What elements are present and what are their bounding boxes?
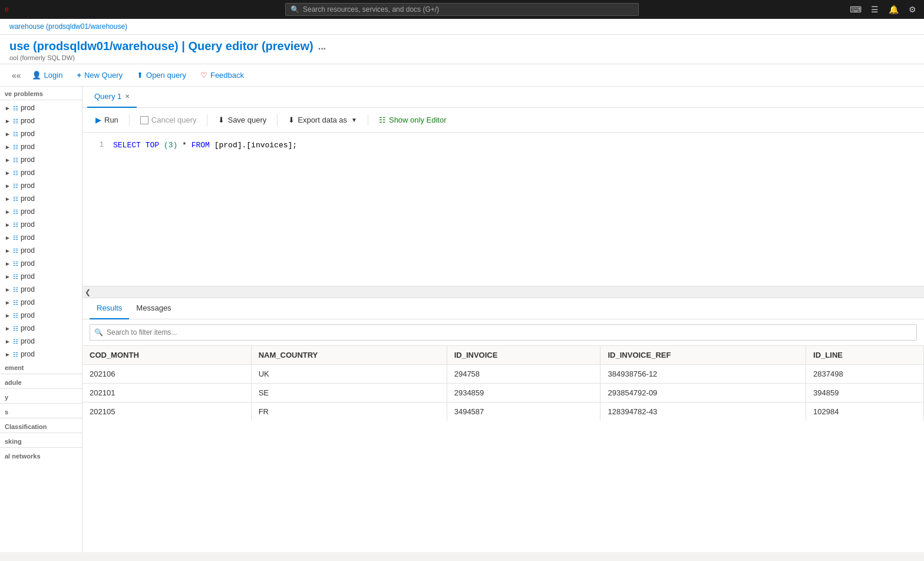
- header-ellipsis[interactable]: ...: [318, 41, 326, 52]
- open-query-button[interactable]: ⬆ Open query: [131, 68, 192, 82]
- table-icon-14: ☷: [13, 286, 18, 293]
- chevron-right-icon: ►: [5, 144, 11, 150]
- chevron-right-icon: ►: [5, 338, 11, 345]
- query-toolbar: ▶ Run Cancel query ⬇ Save query ⬇ Export…: [82, 108, 924, 133]
- table-header: COD_MONTHNAM_COUNTRYID_INVOICEID_INVOICE…: [82, 346, 924, 365]
- sidebar-item-17[interactable]: ► ☷ prod: [0, 322, 82, 335]
- sidebar-section-al-networks: al networks: [0, 449, 82, 461]
- table-row-2: 202105FR3494587128394782-43102984: [82, 402, 924, 421]
- table-body: 202106UK294758384938756-122837498202101S…: [82, 365, 924, 421]
- sidebar-item-19[interactable]: ► ☷ prod: [0, 348, 82, 361]
- sidebar-item-label-4: prod: [21, 156, 35, 164]
- sidebar-item-10[interactable]: ► ☷ prod: [0, 231, 82, 244]
- export-label: Export data as: [298, 116, 347, 124]
- sidebar-item-label-19: prod: [21, 350, 35, 358]
- table-icon-5: ☷: [13, 170, 18, 176]
- collapse-results-button[interactable]: ❮: [82, 286, 924, 298]
- new-query-button[interactable]: + New Query: [71, 68, 128, 82]
- sidebar-item-2[interactable]: ► ☷ prod: [0, 127, 82, 140]
- table-header-col-id_line: ID_LINE: [806, 346, 924, 365]
- table-cell-1-1: SE: [251, 384, 447, 402]
- breadcrumb[interactable]: warehouse (prodsqldw01/warehouse): [0, 19, 924, 35]
- code-content: SELECT TOP (3) * FROM [prod].[invoices];: [113, 140, 297, 152]
- settings-icon[interactable]: ⚙: [905, 2, 919, 16]
- query-tab-1[interactable]: Query 1 ✕: [87, 87, 137, 108]
- sidebar-item-0[interactable]: ► ☷ prod: [0, 101, 82, 114]
- table-cell-1-0: 202101: [82, 384, 251, 402]
- table-icon-11: ☷: [13, 248, 18, 254]
- sidebar-item-3[interactable]: ► ☷ prod: [0, 140, 82, 153]
- sidebar-item-14[interactable]: ► ☷ prod: [0, 283, 82, 296]
- grid-icon[interactable]: ☰: [867, 2, 882, 16]
- sidebar-item-12[interactable]: ► ☷ prod: [0, 257, 82, 270]
- table-icon-0: ☷: [13, 105, 18, 111]
- keyword-select: SELECT: [113, 141, 141, 150]
- table-cell-1-2: 2934859: [447, 384, 600, 402]
- sidebar-item-7[interactable]: ► ☷ prod: [0, 192, 82, 205]
- show-only-editor-button[interactable]: ☷ Show only Editor: [373, 113, 453, 127]
- sidebar-item-16[interactable]: ► ☷ prod: [0, 309, 82, 322]
- messages-tab-label: Messages: [136, 303, 171, 312]
- code-star: *: [182, 141, 192, 150]
- sidebar-item-15[interactable]: ► ☷ prod: [0, 296, 82, 309]
- results-tab[interactable]: Results: [90, 298, 129, 319]
- chevron-right-icon: ►: [5, 312, 11, 319]
- new-query-label: New Query: [84, 71, 123, 80]
- save-query-button[interactable]: ⬇ Save query: [212, 113, 272, 127]
- sidebar-item-4[interactable]: ► ☷ prod: [0, 153, 82, 166]
- sidebar-item-9[interactable]: ► ☷ prod: [0, 218, 82, 231]
- chevron-right-icon: ►: [5, 196, 11, 202]
- run-icon: ▶: [95, 116, 101, 124]
- sidebar-item-8[interactable]: ► ☷ prod: [0, 205, 82, 218]
- show-editor-label: Show only Editor: [389, 116, 447, 124]
- table-cell-2-2: 3494587: [447, 402, 600, 421]
- table-cell-2-4: 102984: [806, 402, 924, 421]
- query-tab-close[interactable]: ✕: [125, 93, 130, 100]
- chevron-right-icon: ►: [5, 222, 11, 228]
- save-icon: ⬇: [218, 116, 225, 124]
- sidebar-item-6[interactable]: ► ☷ prod: [0, 179, 82, 192]
- login-button[interactable]: 👤 Login: [26, 68, 69, 82]
- divider-4: [368, 114, 368, 126]
- export-data-button[interactable]: ⬇ Export data as ▼: [282, 113, 363, 127]
- chevron-right-icon: ►: [5, 183, 11, 189]
- table-icon-8: ☷: [13, 209, 18, 215]
- run-button[interactable]: ▶ Run: [90, 113, 124, 127]
- sidebar-section-ve-problems: ve problems: [0, 87, 82, 98]
- sidebar-item-label-6: prod: [21, 182, 35, 190]
- table-row-1: 202101SE2934859293854792-09394859: [82, 384, 924, 402]
- sidebar-item-label-9: prod: [21, 220, 35, 229]
- sidebar-item-1[interactable]: ► ☷ prod: [0, 114, 82, 127]
- open-query-label: Open query: [146, 71, 186, 80]
- chevron-right-icon: ►: [5, 260, 11, 267]
- code-line-1: 1 SELECT TOP (3) * FROM [prod].[invoices…: [92, 140, 915, 152]
- feedback-label: Feedback: [210, 71, 244, 80]
- sidebar-item-13[interactable]: ► ☷ prod: [0, 270, 82, 283]
- filter-input[interactable]: [90, 324, 917, 341]
- bell-icon[interactable]: 🔔: [886, 2, 900, 16]
- code-editor[interactable]: 1 SELECT TOP (3) * FROM [prod].[invoices…: [82, 133, 924, 286]
- grid-table-icon: ☷: [379, 116, 386, 124]
- table-cell-0-3: 384938756-12: [600, 365, 806, 384]
- sidebar-item-label-14: prod: [21, 285, 35, 293]
- table-icon-6: ☷: [13, 183, 18, 189]
- page-title: use (prodsqldw01/warehouse) | Query edit…: [9, 39, 915, 53]
- chevron-right-icon: ►: [5, 286, 11, 293]
- sidebar-item-label-7: prod: [21, 194, 35, 203]
- sidebar-item-18[interactable]: ► ☷ prod: [0, 335, 82, 348]
- sidebar-item-11[interactable]: ► ☷ prod: [0, 244, 82, 257]
- table-icon-10: ☷: [13, 235, 18, 241]
- chevron-right-icon: ►: [5, 209, 11, 215]
- sidebar-item-5[interactable]: ► ☷ prod: [0, 166, 82, 179]
- table-cell-2-0: 202105: [82, 402, 251, 421]
- table-icon-7: ☷: [13, 196, 18, 202]
- feedback-button[interactable]: ♡ Feedback: [194, 68, 250, 82]
- messages-tab[interactable]: Messages: [129, 298, 178, 319]
- filter-wrapper: 🔍: [90, 324, 917, 341]
- sidebar-item-label-5: prod: [21, 169, 35, 177]
- collapse-sidebar-button[interactable]: ««: [9, 68, 24, 82]
- cancel-query-button[interactable]: Cancel query: [134, 113, 203, 127]
- search-bar[interactable]: 🔍 Search resources, services, and docs (…: [285, 3, 639, 16]
- terminal-icon[interactable]: ⌨: [849, 2, 863, 16]
- export-icon: ⬇: [288, 116, 295, 124]
